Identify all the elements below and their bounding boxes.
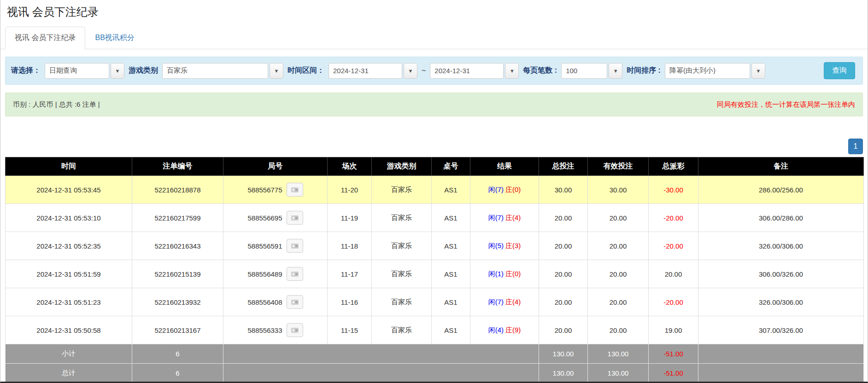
per-page-label: 每页笔数 : xyxy=(523,66,557,75)
date-from-picker: ▼ xyxy=(328,63,417,79)
cell-payout: -20.00 xyxy=(649,288,698,316)
header-session: 场次 xyxy=(328,157,372,176)
cell-round-id: 588556775 xyxy=(223,176,328,204)
cell-session: 11-18 xyxy=(328,232,372,260)
header-remark: 备注 xyxy=(698,157,864,176)
round-id-text: 588556591 xyxy=(247,242,282,250)
result-banker: 庄(4) xyxy=(505,298,521,306)
cell-payout: -20.00 xyxy=(649,204,698,232)
cell-total-bet[interactable]: 20.00 xyxy=(539,316,588,344)
query-type-label: 请选择： xyxy=(11,66,41,75)
round-id-text: 588556489 xyxy=(247,270,282,278)
cell-time: 2024-12-31 05:51:23 xyxy=(6,288,132,316)
cell-result: 闲(7)庄(0) xyxy=(470,176,539,204)
header-bet-id: 注单编号 xyxy=(132,157,223,176)
game-type-dropdown-button[interactable]: ▼ xyxy=(270,63,283,79)
page-container: 视讯 会员下注纪录 视讯 会员下注纪录 BB视讯积分 请选择： ▼ 游戏类别 ▼… xyxy=(0,0,868,383)
film-icon xyxy=(291,327,299,334)
total-remark xyxy=(698,364,864,383)
cell-session: 11-20 xyxy=(328,176,372,204)
cell-valid-bet: 20.00 xyxy=(588,288,649,316)
date-from-input[interactable] xyxy=(328,63,402,79)
cell-game-type: 百家乐 xyxy=(372,176,432,204)
result-banker: 庄(4) xyxy=(505,214,521,221)
sort-label: 时间排序 : xyxy=(627,66,661,75)
cell-time: 2024-12-31 05:53:10 xyxy=(6,204,132,232)
per-page-input[interactable] xyxy=(561,63,607,79)
chevron-down-icon: ▼ xyxy=(756,68,761,74)
date-to-input[interactable] xyxy=(430,63,504,79)
film-icon xyxy=(291,271,299,278)
cell-bet-id: 522160216343 xyxy=(132,232,223,260)
table-header-row: 时间 注单编号 局号 场次 游戏类别 桌号 结果 总投注 有效投注 总派彩 备注 xyxy=(6,157,864,176)
date-from-dropdown-button[interactable]: ▼ xyxy=(404,63,417,79)
cell-bet-id: 522160213932 xyxy=(132,288,223,316)
replay-video-icon-button[interactable] xyxy=(287,295,303,309)
tab-betting-records[interactable]: 视讯 会员下注纪录 xyxy=(5,27,85,49)
cell-round-id: 588556489 xyxy=(223,260,328,288)
cell-remark: 286.00/256.00 xyxy=(698,176,864,204)
result-banker: 庄(9) xyxy=(505,326,521,334)
cell-round-id: 588556333 xyxy=(223,316,328,344)
cell-remark: 306.00/326.00 xyxy=(698,260,864,288)
header-round-id: 局号 xyxy=(223,157,328,176)
cell-total-bet[interactable]: 20.00 xyxy=(539,288,588,316)
film-icon xyxy=(291,299,299,306)
query-type-dropdown-button[interactable]: ▼ xyxy=(111,63,124,79)
header-valid-bet: 有效投注 xyxy=(588,157,649,176)
header-time: 时间 xyxy=(6,157,132,176)
cell-valid-bet: 30.00 xyxy=(588,176,649,204)
currency-summary-text: 币别 : 人民币 | 总共 :6 注单 | xyxy=(13,100,100,109)
result-player: 闲(4) xyxy=(488,326,504,334)
search-button[interactable]: 查询 xyxy=(824,62,855,79)
result-player: 闲(1) xyxy=(488,270,504,278)
cell-remark: 326.00/306.00 xyxy=(698,232,864,260)
date-to-dropdown-button[interactable]: ▼ xyxy=(505,63,519,79)
film-icon xyxy=(291,243,299,250)
tab-bb-points[interactable]: BB视讯积分 xyxy=(85,27,144,49)
result-player: 闲(7) xyxy=(488,186,504,193)
chevron-down-icon: ▼ xyxy=(274,68,279,74)
page-button-1[interactable]: 1 xyxy=(848,139,863,154)
cell-valid-bet: 20.00 xyxy=(588,204,649,232)
header-table-no: 桌号 xyxy=(432,157,470,176)
cell-table-no: AS1 xyxy=(432,176,470,204)
sort-input[interactable] xyxy=(665,63,750,79)
query-type-input[interactable] xyxy=(45,63,109,79)
table-row: 2024-12-31 05:53:45 522160218878 5885567… xyxy=(6,176,864,204)
round-id-text: 588556408 xyxy=(247,298,282,306)
film-icon xyxy=(291,186,299,193)
cell-round-id: 588556695 xyxy=(223,204,328,232)
subtotal-spacer xyxy=(223,344,539,364)
sort-combobox: ▼ xyxy=(665,63,765,79)
replay-video-icon-button[interactable] xyxy=(287,183,303,197)
header-total-bet: 总投注 xyxy=(539,157,588,176)
result-banker: 庄(0) xyxy=(505,186,521,193)
game-type-combobox: ▼ xyxy=(162,63,283,79)
replay-video-icon-button[interactable] xyxy=(287,323,303,337)
replay-video-icon-button[interactable] xyxy=(287,267,303,281)
round-id-text: 588556775 xyxy=(247,186,282,194)
cell-total-bet[interactable]: 20.00 xyxy=(539,260,588,288)
per-page-dropdown-button[interactable]: ▼ xyxy=(609,63,622,79)
cell-valid-bet: 20.00 xyxy=(588,316,649,344)
table-row: 2024-12-31 05:51:23 522160213932 5885564… xyxy=(6,288,864,316)
replay-video-icon-button[interactable] xyxy=(287,239,303,253)
cell-total-bet[interactable]: 30.00 xyxy=(539,176,588,204)
cell-game-type: 百家乐 xyxy=(372,260,432,288)
cell-time: 2024-12-31 05:50:58 xyxy=(6,316,132,344)
cell-round-id: 588556408 xyxy=(223,288,328,316)
cell-total-bet[interactable]: 20.00 xyxy=(539,204,588,232)
cell-total-bet[interactable]: 20.00 xyxy=(539,232,588,260)
round-id-text: 588556695 xyxy=(247,214,282,222)
sort-dropdown-button[interactable]: ▼ xyxy=(751,63,765,79)
game-type-input[interactable] xyxy=(162,63,268,79)
per-page-combobox: ▼ xyxy=(561,63,622,79)
cell-bet-id: 522160213167 xyxy=(132,316,223,344)
cell-time: 2024-12-31 05:53:45 xyxy=(6,176,132,204)
subtotal-payout: -51.00 xyxy=(649,344,698,364)
cell-payout: 19.00 xyxy=(649,316,698,344)
replay-video-icon-button[interactable] xyxy=(287,211,303,225)
query-type-combobox: ▼ xyxy=(45,63,124,79)
cell-game-type: 百家乐 xyxy=(372,232,432,260)
